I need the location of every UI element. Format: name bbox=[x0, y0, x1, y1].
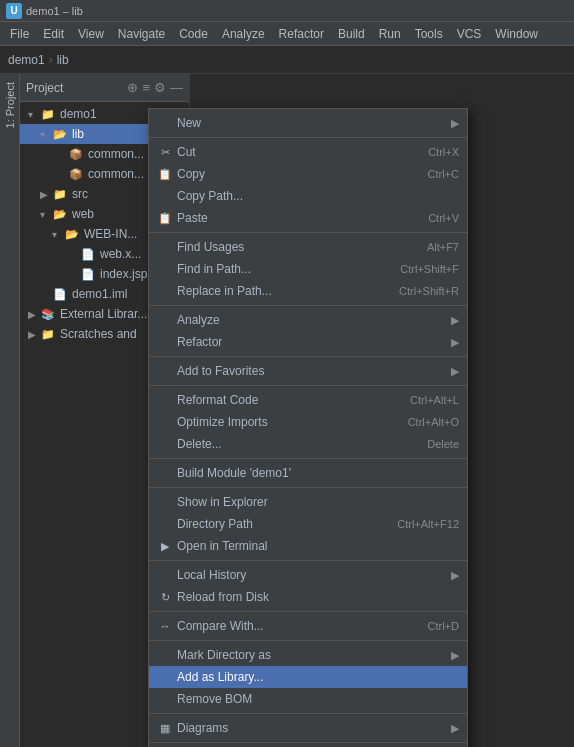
ctx-icon-findusages bbox=[157, 239, 173, 255]
panel-title: Project bbox=[26, 81, 123, 95]
ctx-shortcut-reformat: Ctrl+Alt+L bbox=[410, 394, 459, 406]
ctx-diagrams[interactable]: ▦ Diagrams ▶ bbox=[149, 717, 467, 739]
folder-icon-webinf: 📂 bbox=[64, 226, 80, 242]
ctx-label-analyze: Analyze bbox=[177, 313, 451, 327]
ctx-label-reformat: Reformat Code bbox=[177, 393, 390, 407]
ctx-copy-path[interactable]: Copy Path... bbox=[149, 185, 467, 207]
tree-label-src: src bbox=[72, 187, 88, 201]
ctx-dir-path[interactable]: Directory Path Ctrl+Alt+F12 bbox=[149, 513, 467, 535]
sidebar-project-label[interactable]: 1: Project bbox=[2, 78, 18, 132]
panel-icon-list[interactable]: ≡ bbox=[142, 80, 150, 95]
ctx-analyze[interactable]: Analyze ▶ bbox=[149, 309, 467, 331]
ctx-label-replacepath: Replace in Path... bbox=[177, 284, 379, 298]
panel-icon-settings[interactable]: ⚙ bbox=[154, 80, 166, 95]
ctx-divider-6 bbox=[149, 458, 467, 459]
ctx-paste[interactable]: 📋 Paste Ctrl+V bbox=[149, 207, 467, 229]
menu-item-analyze[interactable]: Analyze bbox=[216, 25, 271, 43]
ctx-icon-compare: ↔ bbox=[157, 618, 173, 634]
tree-label-common1: common... bbox=[88, 147, 144, 161]
menu-item-window[interactable]: Window bbox=[489, 25, 544, 43]
ctx-reload-disk[interactable]: ↻ Reload from Disk bbox=[149, 586, 467, 608]
tree-label-external: External Librar... bbox=[60, 307, 147, 321]
ctx-show-explorer[interactable]: Show in Explorer bbox=[149, 491, 467, 513]
ctx-label-copypath: Copy Path... bbox=[177, 189, 459, 203]
ctx-icon-showexplorer bbox=[157, 494, 173, 510]
menu-item-edit[interactable]: Edit bbox=[37, 25, 70, 43]
ctx-icon-terminal: ▶ bbox=[157, 538, 173, 554]
ctx-label-cut: Cut bbox=[177, 145, 408, 159]
ctx-arrow-localhistory: ▶ bbox=[451, 569, 459, 582]
ctx-label-paste: Paste bbox=[177, 211, 408, 225]
ctx-divider-12 bbox=[149, 742, 467, 743]
ctx-label-removebom: Remove BOM bbox=[177, 692, 459, 706]
ctx-shortcut-findpath: Ctrl+Shift+F bbox=[400, 263, 459, 275]
menu-item-file[interactable]: File bbox=[4, 25, 35, 43]
ctx-optimize[interactable]: Optimize Imports Ctrl+Alt+O bbox=[149, 411, 467, 433]
ctx-divider-10 bbox=[149, 640, 467, 641]
app-icon: U bbox=[6, 3, 22, 19]
ctx-icon-cut: ✂ bbox=[157, 144, 173, 160]
ctx-refactor[interactable]: Refactor ▶ bbox=[149, 331, 467, 353]
ctx-delete[interactable]: Delete... Delete bbox=[149, 433, 467, 455]
ctx-replace-path[interactable]: Replace in Path... Ctrl+Shift+R bbox=[149, 280, 467, 302]
main-layout: 1: Project Project ⊕ ≡ ⚙ — ▾ 📁 demo1 ▾ 📂… bbox=[0, 74, 574, 747]
ctx-label-findusages: Find Usages bbox=[177, 240, 407, 254]
ctx-build-module[interactable]: Build Module 'demo1' bbox=[149, 462, 467, 484]
ctx-shortcut-cut: Ctrl+X bbox=[428, 146, 459, 158]
ctx-add-fav[interactable]: Add to Favorites ▶ bbox=[149, 360, 467, 382]
menu-item-refactor[interactable]: Refactor bbox=[273, 25, 330, 43]
ctx-label-delete: Delete... bbox=[177, 437, 407, 451]
ctx-label-buildmodule: Build Module 'demo1' bbox=[177, 466, 459, 480]
ctx-arrow-analyze: ▶ bbox=[451, 314, 459, 327]
ctx-divider-2 bbox=[149, 232, 467, 233]
ctx-icon-buildmodule bbox=[157, 465, 173, 481]
breadcrumb-item-demo1[interactable]: demo1 bbox=[8, 53, 45, 67]
ctx-arrow-diagrams: ▶ bbox=[451, 722, 459, 735]
menu-item-build[interactable]: Build bbox=[332, 25, 371, 43]
panel-header: Project ⊕ ≡ ⚙ — bbox=[20, 74, 189, 102]
ctx-open-terminal[interactable]: ▶ Open in Terminal bbox=[149, 535, 467, 557]
tree-label-common2: common... bbox=[88, 167, 144, 181]
ctx-arrow-refactor: ▶ bbox=[451, 336, 459, 349]
folder-icon-src: 📁 bbox=[52, 186, 68, 202]
ctx-local-history[interactable]: Local History ▶ bbox=[149, 564, 467, 586]
ctx-icon-findpath bbox=[157, 261, 173, 277]
ctx-label-refactor: Refactor bbox=[177, 335, 451, 349]
menu-item-tools[interactable]: Tools bbox=[409, 25, 449, 43]
ctx-label-localhistory: Local History bbox=[177, 568, 451, 582]
context-menu: New ▶ ✂ Cut Ctrl+X 📋 Copy Ctrl+C Copy Pa… bbox=[148, 108, 468, 747]
ctx-copy[interactable]: 📋 Copy Ctrl+C bbox=[149, 163, 467, 185]
tree-label-webinf: WEB-IN... bbox=[84, 227, 137, 241]
tree-label-lib: lib bbox=[72, 127, 84, 141]
panel-icon-minimize[interactable]: — bbox=[170, 80, 183, 95]
breadcrumb-item-lib[interactable]: lib bbox=[57, 53, 69, 67]
ctx-find-usages[interactable]: Find Usages Alt+F7 bbox=[149, 236, 467, 258]
ctx-icon-copypath bbox=[157, 188, 173, 204]
ctx-mark-dir[interactable]: Mark Directory as ▶ bbox=[149, 644, 467, 666]
tree-label-iml: demo1.iml bbox=[72, 287, 127, 301]
menu-item-vcs[interactable]: VCS bbox=[451, 25, 488, 43]
menu-item-navigate[interactable]: Navigate bbox=[112, 25, 171, 43]
ctx-find-path[interactable]: Find in Path... Ctrl+Shift+F bbox=[149, 258, 467, 280]
ctx-add-library[interactable]: Add as Library... bbox=[149, 666, 467, 688]
ctx-arrow-markdir: ▶ bbox=[451, 649, 459, 662]
ctx-new[interactable]: New ▶ bbox=[149, 112, 467, 134]
ctx-cut[interactable]: ✂ Cut Ctrl+X bbox=[149, 141, 467, 163]
ctx-compare[interactable]: ↔ Compare With... Ctrl+D bbox=[149, 615, 467, 637]
tree-label-web: web bbox=[72, 207, 94, 221]
menu-item-view[interactable]: View bbox=[72, 25, 110, 43]
menu-item-run[interactable]: Run bbox=[373, 25, 407, 43]
ctx-icon-addfav bbox=[157, 363, 173, 379]
ctx-divider-9 bbox=[149, 611, 467, 612]
panel-icon-globe[interactable]: ⊕ bbox=[127, 80, 138, 95]
menu-item-code[interactable]: Code bbox=[173, 25, 214, 43]
ctx-shortcut-findusages: Alt+F7 bbox=[427, 241, 459, 253]
ctx-icon-copy: 📋 bbox=[157, 166, 173, 182]
ctx-icon-new bbox=[157, 115, 173, 131]
ctx-reformat[interactable]: Reformat Code Ctrl+Alt+L bbox=[149, 389, 467, 411]
folder-icon-lib: 📂 bbox=[52, 126, 68, 142]
ctx-icon-analyze bbox=[157, 312, 173, 328]
ctx-icon-reformat bbox=[157, 392, 173, 408]
ctx-remove-bom[interactable]: Remove BOM bbox=[149, 688, 467, 710]
ctx-label-markdir: Mark Directory as bbox=[177, 648, 451, 662]
